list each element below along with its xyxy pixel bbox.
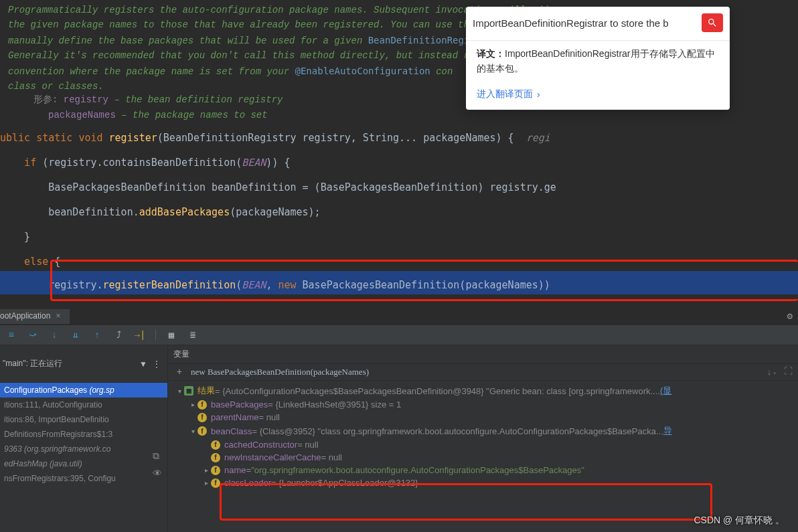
evaluate-expression[interactable]: new BasePackagesBeanDefinition(packageNa… [191, 367, 761, 377]
field-icon: f [197, 426, 207, 436]
field-icon: f [197, 413, 207, 422]
show-execution-icon[interactable]: ≡ [5, 329, 17, 341]
gear-icon[interactable]: ⚙ [787, 311, 793, 322]
run-to-cursor-icon[interactable]: →| [134, 329, 146, 341]
copy-icon[interactable]: ⧉ [153, 451, 162, 462]
field-icon: f [211, 440, 220, 450]
side-toolbar: ⧉ 👁 [153, 451, 162, 479]
translate-popup: 译文：ImportBeanDefinitionRegistrar用于存储导入配置… [466, 7, 730, 110]
result-badge: ▦ [184, 386, 193, 395]
highlight-box-2 [220, 483, 712, 521]
frames-panel: "main": 正在运行 ▼ ⋮ ConfigurationPackages (… [0, 345, 168, 532]
drop-frame-icon[interactable]: ⤴ [112, 329, 125, 341]
field-icon: f [211, 453, 220, 462]
evaluate-icon[interactable]: ▦ [165, 329, 177, 341]
expand-icon[interactable]: ⛶ [784, 367, 793, 377]
run-config-tab[interactable]: ootApplication× [0, 309, 70, 324]
variables-tab[interactable]: 变量 [173, 349, 189, 360]
search-icon [707, 17, 718, 28]
translate-label: 译文： [477, 48, 505, 59]
frames-list[interactable]: ConfigurationPackages (org.sp itions:111… [0, 383, 167, 486]
watermark: CSDN @ 何章怀晓 。 [694, 515, 785, 527]
frame-item[interactable]: 9363 (org.springframework.co [0, 442, 167, 456]
field-icon: f [211, 478, 220, 488]
highlight-box-1 [50, 260, 798, 301]
variables-tree[interactable]: ▾▦结果 = {AutoConfigurationPackages$BasePa… [168, 381, 798, 492]
translate-text: ImportBeanDefinitionRegistrar用于存储导入配置中的基… [477, 48, 715, 74]
step-out-icon[interactable]: ↑ [91, 329, 103, 341]
frame-item[interactable]: nsFromRegistrars:395, Configu [0, 471, 167, 486]
chevron-right-icon: › [537, 89, 540, 100]
step-over-icon[interactable]: ⤻ [27, 329, 39, 341]
frame-item[interactable]: itions:86, ImportBeanDefinitio [0, 412, 167, 427]
frame-item[interactable]: edHashMap (java.util) [0, 456, 167, 471]
thread-label: "main": 正在运行 [3, 358, 62, 369]
more-icon[interactable]: ⋮ [153, 359, 161, 369]
close-icon[interactable]: × [56, 311, 60, 321]
frame-item[interactable]: DefinitionsFromRegistrars$1:3 [0, 427, 167, 442]
field-icon: f [211, 466, 220, 475]
frame-item[interactable]: itions:111, AutoConfiguratio [0, 397, 167, 412]
translate-page-link[interactable]: 进入翻译页面 › [466, 88, 730, 110]
force-step-into-icon[interactable]: ⇊ [70, 329, 82, 341]
step-into-icon[interactable]: ↓ [48, 329, 60, 341]
translate-search-button[interactable] [702, 13, 723, 32]
history-icon[interactable]: ↓₊ [767, 367, 777, 377]
frame-item[interactable]: ConfigurationPackages (org.sp [0, 383, 167, 397]
trace-icon[interactable]: ≣ [187, 329, 199, 341]
field-icon: f [197, 400, 207, 410]
translate-input[interactable] [473, 17, 696, 29]
filter-icon[interactable]: ▼ [139, 359, 147, 369]
add-watch-icon[interactable]: + [173, 367, 185, 377]
watch-icon[interactable]: 👁 [153, 468, 162, 479]
debug-toolbar: ≡ ⤻ ↓ ⇊ ↑ ⤴ →| ▦ ≣ [0, 325, 798, 345]
